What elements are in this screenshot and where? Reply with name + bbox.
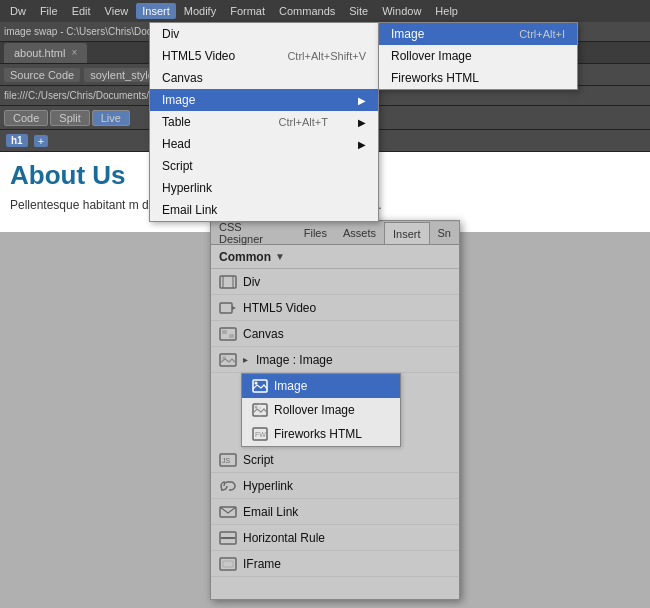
menu-item-script[interactable]: Script (150, 155, 378, 177)
submenu-image[interactable]: Image Ctrl+Alt+I (379, 23, 577, 45)
menu-window[interactable]: Window (376, 3, 427, 19)
hyperlink-icon (219, 479, 237, 493)
image-dd-icon (252, 379, 268, 393)
menu-item-head[interactable]: Head ▶ (150, 133, 378, 155)
panel-row-hr-label: Horizontal Rule (243, 531, 325, 545)
submenu-rollover-image[interactable]: Rollover Image (379, 45, 577, 67)
svg-rect-0 (220, 276, 236, 288)
menu-item-html5video[interactable]: HTML5 Video Ctrl+Alt+Shift+V (150, 45, 378, 67)
svg-rect-3 (220, 303, 232, 313)
fireworks-icon: FW (252, 427, 268, 441)
div-icon (219, 275, 237, 289)
dd-rollover[interactable]: Rollover Image (242, 398, 400, 422)
panel-row-hyperlink[interactable]: Hyperlink (211, 473, 459, 499)
live-view-btn[interactable]: Live (92, 110, 130, 126)
menu-format[interactable]: Format (224, 3, 271, 19)
dd-rollover-label: Rollover Image (274, 403, 355, 417)
iframe-icon (219, 557, 237, 571)
panel-row-html5video[interactable]: HTML5 Video (211, 295, 459, 321)
menu-edit[interactable]: Edit (66, 3, 97, 19)
panel-tab-bar: CSS Designer Files Assets Insert Sn (211, 221, 459, 245)
tab-assets[interactable]: Assets (335, 222, 384, 244)
panel-row-html5video-label: HTML5 Video (243, 301, 316, 315)
tab-insert[interactable]: Insert (384, 222, 430, 244)
h1-badge: h1 (6, 134, 28, 147)
image-row-icon (219, 353, 237, 367)
menu-modify[interactable]: Modify (178, 3, 222, 19)
panel-row-canvas-label: Canvas (243, 327, 284, 341)
email-icon (219, 505, 237, 519)
panel-header: Common ▼ (211, 245, 459, 269)
tab-files[interactable]: Files (296, 222, 335, 244)
menu-item-image[interactable]: Image ▶ (150, 89, 378, 111)
panel-row-image[interactable]: ▸ Image : Image (211, 347, 459, 373)
svg-point-11 (255, 382, 258, 385)
panel-row-canvas[interactable]: Canvas (211, 321, 459, 347)
menu-help[interactable]: Help (429, 3, 464, 19)
file-tab[interactable]: about.html × (4, 43, 87, 63)
menu-site[interactable]: Site (343, 3, 374, 19)
menu-item-hyperlink[interactable]: Hyperlink (150, 177, 378, 199)
canvas-icon (219, 327, 237, 341)
panel-row-hyperlink-label: Hyperlink (243, 479, 293, 493)
dd-fireworks-label: Fireworks HTML (274, 427, 362, 441)
menu-item-emaillink[interactable]: Email Link (150, 199, 378, 221)
dreamweaver-window: Dw File Edit View Insert Modify Format C… (0, 0, 650, 215)
source-code-tag[interactable]: Source Code (4, 68, 80, 82)
panel-row-image-label: Image : Image (256, 353, 333, 367)
panel-row-div[interactable]: Div (211, 269, 459, 295)
code-view-btn[interactable]: Code (4, 110, 48, 126)
script-icon: JS (219, 453, 237, 467)
menu-item-table[interactable]: Table Ctrl+Alt+T ▶ (150, 111, 378, 133)
dd-image[interactable]: Image (242, 374, 400, 398)
panel-row-emaillink[interactable]: Email Link (211, 499, 459, 525)
menu-bar: Dw File Edit View Insert Modify Format C… (0, 0, 650, 22)
tab-close-btn[interactable]: × (71, 47, 77, 58)
panel-header-label: Common (219, 250, 271, 264)
image-inline-dropdown-container: Image Rollover Image FW (211, 373, 459, 447)
h1-plus-btn[interactable]: + (34, 135, 48, 147)
tab-sn[interactable]: Sn (430, 222, 459, 244)
image-inline-dropdown: Image Rollover Image FW (241, 373, 401, 447)
tab-css-designer[interactable]: CSS Designer (211, 222, 296, 244)
panel-row-iframe[interactable]: IFrame (211, 551, 459, 577)
svg-text:FW: FW (255, 431, 266, 438)
panel-row-div-label: Div (243, 275, 260, 289)
image-arrow-icon: ▸ (243, 354, 248, 365)
menu-commands[interactable]: Commands (273, 3, 341, 19)
panel-row-iframe-label: IFrame (243, 557, 281, 571)
panel-row-script-label: Script (243, 453, 274, 467)
panel-header-arrow[interactable]: ▼ (275, 251, 285, 262)
svg-rect-7 (229, 334, 234, 338)
image-submenu: Image Ctrl+Alt+I Rollover Image Firework… (378, 22, 578, 90)
svg-rect-5 (220, 328, 236, 340)
hr-icon (219, 531, 237, 545)
rollover-icon (252, 403, 268, 417)
split-view-btn[interactable]: Split (50, 110, 89, 126)
dd-fireworks[interactable]: FW Fireworks HTML (242, 422, 400, 446)
panel-rows: Div HTML5 Video Canvas (211, 269, 459, 577)
submenu-fireworks-html[interactable]: Fireworks HTML (379, 67, 577, 89)
dd-image-label: Image (274, 379, 307, 393)
menu-insert[interactable]: Insert (136, 3, 176, 19)
svg-rect-6 (222, 330, 227, 334)
menu-file[interactable]: File (34, 3, 64, 19)
menu-view[interactable]: View (99, 3, 135, 19)
insert-panel: CSS Designer Files Assets Insert Sn Comm… (210, 220, 460, 600)
svg-rect-22 (220, 558, 236, 570)
svg-point-13 (255, 406, 258, 409)
svg-rect-23 (223, 561, 233, 567)
insert-menu: Div HTML5 Video Ctrl+Alt+Shift+V Canvas … (149, 22, 379, 222)
menu-item-div[interactable]: Div (150, 23, 378, 45)
tab-filename: about.html (14, 47, 65, 59)
menu-dw[interactable]: Dw (4, 3, 32, 19)
panel-row-hr[interactable]: Horizontal Rule (211, 525, 459, 551)
svg-text:JS: JS (222, 457, 231, 464)
menu-item-canvas[interactable]: Canvas (150, 67, 378, 89)
panel-row-emaillink-label: Email Link (243, 505, 298, 519)
panel-row-script[interactable]: JS Script (211, 447, 459, 473)
video-icon (219, 301, 237, 315)
svg-marker-4 (232, 306, 236, 310)
